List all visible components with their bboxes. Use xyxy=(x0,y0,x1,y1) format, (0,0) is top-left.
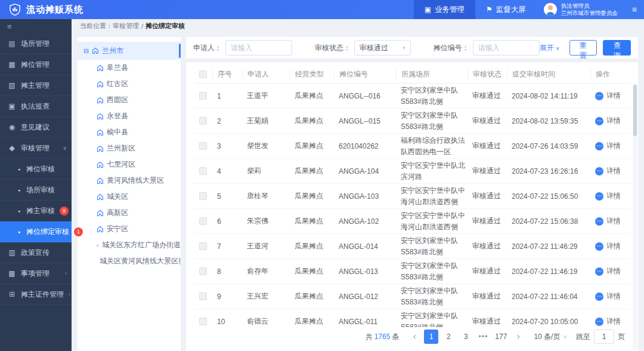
venue-cell: 安宁区安宁堡中队中海河山郡洪道西侧 xyxy=(396,210,467,232)
tree-item[interactable]: 皋兰县 xyxy=(78,60,181,76)
page-button[interactable]: 177 xyxy=(493,330,509,344)
sidebar-item[interactable]: ▤ 场所管理 xyxy=(0,33,72,54)
table-scrollbar-thumb[interactable] xyxy=(633,85,637,136)
applicant-cell: 朱宗佛 xyxy=(242,216,290,226)
sidebar-item[interactable]: ▧ 摊主管理 xyxy=(0,75,72,96)
sidebar-item[interactable]: ● 摊主审核 9 xyxy=(0,201,72,221)
sidebar-item[interactable]: ● 摊位审核 xyxy=(0,159,72,180)
table-row: 8 俞存年 瓜果摊点 ANGGL-013 安宁区刘家堡中队S583#路北侧 审核… xyxy=(194,259,630,284)
jump-page-input[interactable]: 1 xyxy=(594,330,614,344)
page-button[interactable]: 1 xyxy=(424,330,438,344)
detail-link[interactable]: ⋯ 详情 xyxy=(590,216,628,226)
tree-item[interactable]: 西固区 xyxy=(78,92,181,108)
detail-link[interactable]: ⋯ 详情 xyxy=(590,141,628,151)
expand-filters-link[interactable]: 展开 ∨ xyxy=(540,43,560,53)
row-checkbox[interactable] xyxy=(199,142,207,150)
sidebar-item-label: 政策宣传 xyxy=(21,248,49,258)
row-index: 6 xyxy=(212,217,242,226)
venue-cell: 安宁区刘家堡中队S583#路北侧 xyxy=(396,260,467,282)
sidebar-item[interactable]: ▥ 政策宣传 xyxy=(0,242,72,263)
expand-caret-icon: ∨ xyxy=(556,45,560,51)
page-button[interactable]: ••• xyxy=(476,330,490,344)
detail-link[interactable]: ⋯ 详情 xyxy=(590,291,628,301)
sidebar-item[interactable]: ▩ 事项管理 › xyxy=(0,263,72,284)
column-header: 操作 xyxy=(590,69,628,79)
tree-item[interactable]: 安宁区 xyxy=(78,221,181,237)
sidebar-item[interactable]: ⊞ 摊主证件管理 › xyxy=(0,284,72,305)
tree-item[interactable]: 永登县 xyxy=(78,108,181,124)
home-icon xyxy=(97,113,104,120)
sidebar-collapse-button[interactable]: ≡ xyxy=(0,19,72,33)
dot-icon: ● xyxy=(17,230,21,234)
sidebar-item-label: 执法巡查 xyxy=(21,101,49,112)
stall-no-input[interactable] xyxy=(473,40,540,56)
sidebar-item[interactable]: ◆ 审核管理 ∨ xyxy=(0,138,72,159)
sidebar-item[interactable]: ◉ 意见建议 xyxy=(0,117,72,138)
tree-root-lanzhou[interactable]: ⊟ 兰州市 xyxy=(78,42,181,60)
row-checkbox[interactable] xyxy=(199,117,207,125)
next-page-button[interactable]: › xyxy=(512,330,525,344)
detail-link[interactable]: ⋯ 详情 xyxy=(590,316,628,327)
tree-item[interactable]: 七里河区 xyxy=(78,156,181,173)
tree-collapse-icon[interactable]: ⊟ xyxy=(83,47,89,55)
venue-icon: ▤ xyxy=(8,39,16,48)
sidebar-item-label: 事项管理 xyxy=(21,269,49,279)
tree-item[interactable]: 高新区 xyxy=(78,205,181,221)
tree-item[interactable]: 红古区 xyxy=(78,76,181,92)
detail-link[interactable]: ⋯ 详情 xyxy=(590,241,628,251)
page-size-select[interactable]: 10 条/页 ∨ xyxy=(534,332,567,342)
row-checkbox[interactable] xyxy=(199,192,207,200)
row-checkbox[interactable] xyxy=(199,167,207,175)
row-checkbox[interactable] xyxy=(199,92,207,100)
tree-item-label: 城关区东方红广场办街道 xyxy=(102,240,181,250)
prev-page-button[interactable]: ‹ xyxy=(408,330,421,344)
sidebar-item[interactable]: ▣ 执法巡查 xyxy=(0,96,72,117)
venue-cell: 安宁区刘家堡中队S583#路北侧 xyxy=(396,235,467,257)
user-org: 兰州市城市管理委员会 xyxy=(561,10,618,16)
sidebar-item[interactable]: ▦ 摊位管理 xyxy=(0,54,72,75)
reset-button[interactable]: 重置 xyxy=(569,40,597,56)
tree-item[interactable]: 城关区东方红广场办街道 xyxy=(78,237,181,253)
breadcrumb-prefix: 当前位置： xyxy=(80,21,113,30)
tree-item[interactable]: 榆中县 xyxy=(78,124,181,140)
user-profile[interactable]: 执法管理员 兰州市城市管理委员会 xyxy=(537,0,625,19)
audit-table-card: 序号 申请人 经营类型 摊位编号 所属场所 审核状态 提交审核时间 操作 1 王… xyxy=(186,62,638,351)
column-header: 序号 xyxy=(212,69,242,79)
page-button[interactable]: 3 xyxy=(459,330,473,344)
business-type-cell: 瓜果摊点 xyxy=(290,91,334,101)
tree-item-label: 城关区黄河风情线大景区街道 xyxy=(100,256,181,266)
detail-label: 详情 xyxy=(606,141,621,151)
row-checkbox[interactable] xyxy=(199,267,207,275)
status-cell: 审核通过 xyxy=(467,316,507,327)
detail-link[interactable]: ⋯ 详情 xyxy=(590,91,628,101)
tree-item[interactable]: 黄河风情线大景区 xyxy=(78,173,181,189)
detail-link[interactable]: ⋯ 详情 xyxy=(590,266,628,276)
table-scrollbar-track[interactable] xyxy=(633,84,637,350)
submit-time-cell: 2024-07-20 10:05:00 xyxy=(507,318,590,326)
status-select[interactable]: 审核通过 ▾ xyxy=(354,40,411,56)
chevron-icon: › xyxy=(65,270,67,276)
nav-tab-business[interactable]: ▣ 业务管理 xyxy=(414,0,475,19)
tree-item-label: 七里河区 xyxy=(107,159,135,170)
applicant-input[interactable] xyxy=(225,40,292,56)
select-all-checkbox[interactable] xyxy=(199,70,207,78)
sidebar-item[interactable]: ● 场所审核 xyxy=(0,180,72,201)
detail-link[interactable]: ⋯ 详情 xyxy=(590,191,628,201)
page-button[interactable]: 2 xyxy=(441,330,456,344)
row-checkbox[interactable] xyxy=(199,318,207,325)
sidebar-item[interactable]: ● 摊位绑定审核 1 xyxy=(0,221,72,242)
sidebar-item-label: 摊位审核 xyxy=(26,164,55,174)
detail-link[interactable]: ⋯ 详情 xyxy=(590,116,628,126)
row-checkbox[interactable] xyxy=(199,217,207,225)
header-more-icon[interactable]: ≡ xyxy=(625,0,644,19)
detail-link[interactable]: ⋯ 详情 xyxy=(590,166,628,176)
nav-tab-monitor-screen[interactable]: ⚑ 监督大屏 xyxy=(475,0,537,19)
search-button[interactable]: 查询 xyxy=(603,40,631,56)
tree-item[interactable]: 城关区黄河风情线大景区街道 xyxy=(78,253,181,269)
tree-item[interactable]: 城关区 xyxy=(78,189,181,205)
detail-label: 详情 xyxy=(606,166,621,176)
tree-item[interactable]: 兰州新区 xyxy=(78,140,181,156)
status-cell: 审核通过 xyxy=(467,141,507,151)
row-checkbox[interactable] xyxy=(199,292,207,300)
row-checkbox[interactable] xyxy=(199,242,207,250)
